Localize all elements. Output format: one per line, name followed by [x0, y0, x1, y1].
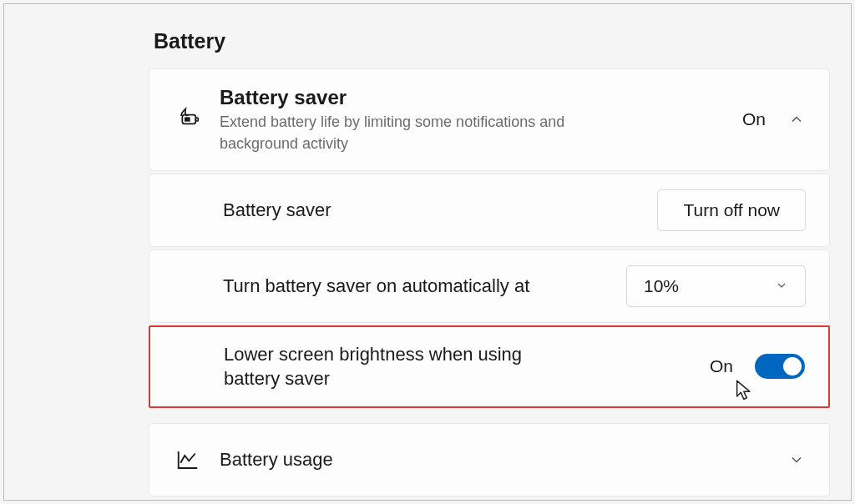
- brightness-toggle[interactable]: [755, 354, 805, 379]
- brightness-toggle-state: On: [710, 356, 733, 376]
- svg-rect-1: [195, 118, 198, 121]
- auto-on-label: Turn battery saver on automatically at: [223, 274, 610, 299]
- battery-saver-title: Battery saver: [220, 84, 726, 111]
- brightness-row-highlight: Lower screen brightness when using batte…: [149, 325, 830, 408]
- battery-saver-description: Extend battery life by limiting some not…: [220, 111, 620, 154]
- brightness-label: Lower screen brightness when using batte…: [224, 342, 524, 391]
- battery-saver-expander[interactable]: Battery saver Extend battery life by lim…: [149, 68, 830, 171]
- turn-off-now-button[interactable]: Turn off now: [657, 189, 806, 231]
- chart-icon: [173, 447, 203, 472]
- chevron-down-icon: [775, 276, 788, 296]
- battery-saver-state: On: [742, 109, 766, 129]
- battery-saver-label: Battery saver: [223, 198, 640, 223]
- auto-on-row: Turn battery saver on automatically at 1…: [149, 249, 830, 323]
- battery-usage-title: Battery usage: [220, 447, 771, 472]
- battery-saver-action-row: Battery saver Turn off now: [149, 174, 830, 247]
- brightness-row: Lower screen brightness when using batte…: [150, 327, 828, 406]
- section-title: Battery: [154, 29, 830, 53]
- auto-on-threshold-value: 10%: [644, 276, 679, 296]
- svg-rect-2: [185, 118, 190, 122]
- battery-usage-expander[interactable]: Battery usage: [149, 423, 830, 496]
- auto-on-threshold-dropdown[interactable]: 10%: [626, 265, 806, 307]
- battery-saver-leaf-icon: [173, 106, 203, 133]
- chevron-up-icon: [787, 110, 806, 129]
- chevron-down-icon: [787, 451, 806, 469]
- battery-settings-panel: Battery Battery saver Extend battery lif…: [3, 3, 852, 501]
